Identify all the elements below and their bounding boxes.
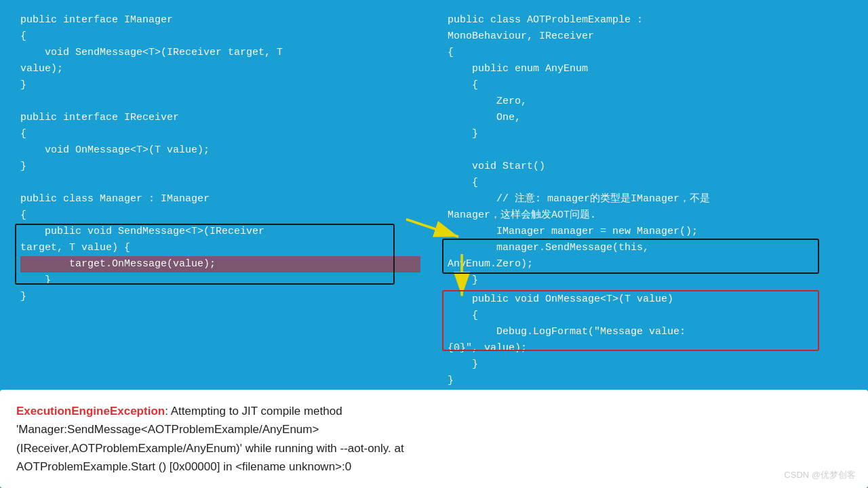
left-highlighted-line: target.OnMessage(value); — [20, 256, 420, 272]
main-container: public interface IManager { void SendMes… — [0, 0, 868, 488]
code-area: public interface IManager { void SendMes… — [0, 0, 868, 390]
right-send-message: manager.SendMessage(this, AnyEnum.Zero);… — [448, 240, 848, 289]
code-right: public class AOTProblemExample : MonoBeh… — [434, 12, 848, 383]
right-closing: } — [448, 373, 848, 389]
error-message: ExecutionEngineException: Attempting to … — [16, 402, 852, 476]
watermark: CSDN @优梦创客 — [784, 469, 856, 481]
error-panel: ExecutionEngineException: Attempting to … — [0, 390, 868, 488]
left-closing-code: } } — [20, 272, 420, 305]
left-method-code: public void SendMessage<T>(IReceiver tar… — [20, 224, 420, 256]
left-code-top: public interface IManager { void SendMes… — [20, 12, 420, 224]
error-keyword: ExecutionEngineException — [16, 405, 165, 418]
code-left: public interface IManager { void SendMes… — [20, 12, 434, 383]
right-onmessage: public void OnMessage<T>(T value) { Debu… — [448, 291, 848, 373]
right-code-top: public class AOTProblemExample : MonoBeh… — [448, 12, 848, 240]
